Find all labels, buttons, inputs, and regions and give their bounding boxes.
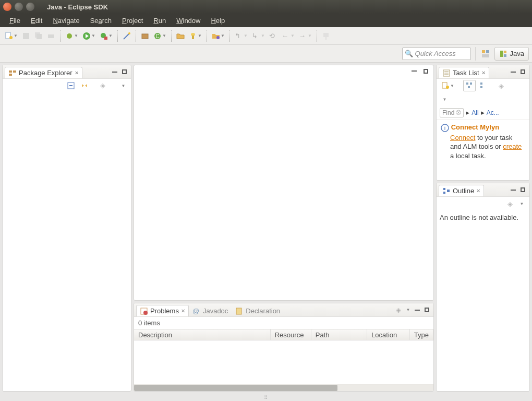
menu-search[interactable]: Search — [85, 16, 117, 26]
close-icon[interactable]: ✕ — [75, 70, 79, 76]
mylyn-create-link[interactable]: create — [503, 143, 522, 150]
task-list-tab[interactable]: Task List ✕ — [439, 67, 489, 78]
svg-rect-11 — [142, 34, 148, 39]
collapse-icon — [67, 81, 75, 90]
nav-next-annotation-button[interactable]: ↳▼ — [250, 30, 267, 42]
run-external-icon — [100, 32, 108, 40]
close-icon[interactable]: ✕ — [181, 308, 185, 314]
col-type[interactable]: Type — [410, 329, 433, 340]
declaration-icon — [235, 307, 244, 315]
window-minimize-button[interactable] — [15, 3, 23, 11]
minimize-view-button[interactable] — [111, 68, 118, 76]
find-input[interactable]: Findⓧ — [440, 108, 464, 117]
menu-help[interactable]: Help — [205, 16, 230, 26]
svg-rect-15 — [192, 36, 194, 39]
maximize-view-button[interactable] — [519, 186, 526, 194]
view-menu-button[interactable]: ▼ — [440, 93, 449, 105]
close-icon[interactable]: ✕ — [476, 188, 480, 194]
print-icon — [47, 32, 55, 40]
pin-editor-button[interactable] — [320, 30, 332, 42]
focus-workweek-button[interactable]: ◈ — [497, 80, 506, 91]
quick-access-input[interactable]: 🔍 Quick Access — [402, 48, 471, 60]
package-explorer-tab[interactable]: Package Explorer ✕ — [5, 67, 82, 78]
new-task-button[interactable]: ▼ — [440, 80, 456, 91]
maximize-view-button[interactable] — [120, 68, 128, 76]
focus-task-button[interactable]: ◈ — [99, 80, 110, 91]
open-task-button[interactable]: ▼ — [210, 30, 226, 42]
new-java-package-button[interactable] — [121, 30, 132, 42]
nav-prev-annotation-button[interactable]: ↰▼ — [233, 30, 249, 42]
menu-edit[interactable]: Edit — [26, 16, 47, 26]
status-resize-grip[interactable]: ⠿ — [0, 394, 532, 401]
collapse-all-button[interactable] — [65, 80, 77, 91]
col-location[interactable]: Location — [367, 329, 410, 340]
save-all-button[interactable] — [33, 30, 44, 42]
task-list-toolbar-2: ▼ — [437, 92, 529, 106]
maximize-view-button[interactable] — [519, 68, 526, 76]
new-package-button[interactable] — [139, 30, 151, 42]
outline-tab[interactable]: Outline ✕ — [439, 185, 484, 196]
save-button[interactable] — [20, 30, 32, 42]
window-maximize-button[interactable] — [26, 3, 34, 11]
declaration-tab[interactable]: Declaration — [232, 305, 284, 316]
svg-point-1 — [9, 36, 13, 39]
minimize-view-button[interactable] — [510, 186, 517, 194]
run-button[interactable]: ▼ — [81, 30, 97, 42]
problems-tab[interactable]: Problems ✕ — [136, 305, 189, 316]
categorized-button[interactable] — [463, 80, 476, 91]
forward-button[interactable]: →▼ — [297, 30, 313, 42]
svg-rect-38 — [480, 86, 482, 88]
back-button[interactable]: ←▼ — [280, 30, 296, 42]
col-path[interactable]: Path — [311, 329, 367, 340]
editor-minimize-button[interactable] — [410, 67, 418, 75]
new-button[interactable]: ▼ — [3, 30, 19, 42]
scheduled-button[interactable] — [478, 80, 489, 91]
col-description[interactable]: Description — [134, 329, 271, 340]
menu-file[interactable]: File — [4, 16, 26, 26]
close-icon[interactable]: ✕ — [481, 70, 486, 76]
svg-rect-26 — [9, 74, 12, 76]
search-button[interactable]: ▼ — [187, 30, 203, 42]
maximize-view-button[interactable] — [423, 306, 430, 314]
outline-toolbar: ◈ ▼ — [437, 197, 529, 210]
horizontal-scrollbar[interactable] — [134, 384, 433, 391]
svg-rect-5 — [48, 34, 54, 38]
bottom-tabstrip: Problems ✕ @ Javadoc Declaration ◈ ▼ — [134, 303, 433, 317]
menu-navigate[interactable]: Navigate — [47, 16, 84, 26]
editor-maximize-button[interactable] — [422, 67, 429, 75]
java-perspective-button[interactable]: Java — [494, 47, 529, 61]
view-menu-button[interactable]: ▼ — [403, 304, 413, 316]
link-editor-button[interactable] — [79, 80, 90, 91]
minimize-view-button[interactable] — [510, 68, 517, 76]
open-type-button[interactable] — [175, 30, 186, 42]
menu-run[interactable]: Run — [148, 16, 171, 26]
mylyn-connect-link[interactable]: Connect — [450, 134, 475, 141]
arrow-down-right-icon: ↳ — [252, 32, 260, 40]
open-perspective-button[interactable] — [480, 48, 491, 60]
view-menu-button[interactable]: ▼ — [517, 198, 526, 209]
main-toolbar: ▼ ▼ ▼ ▼ C▼ ▼ ▼ ↰▼ ↳▼ ⟲ ←▼ →▼ — [0, 27, 532, 45]
print-button[interactable] — [45, 30, 57, 42]
search-icon: 🔍 — [405, 50, 413, 57]
col-resource[interactable]: Resource — [271, 329, 311, 340]
menu-window[interactable]: Window — [171, 16, 205, 26]
last-edit-button[interactable]: ⟲ — [268, 30, 279, 42]
flashlight-icon — [189, 32, 197, 40]
focus-task-button[interactable]: ◈ — [505, 198, 515, 209]
minimize-view-button[interactable] — [414, 306, 421, 314]
svg-rect-37 — [480, 82, 482, 85]
new-class-button[interactable]: C▼ — [152, 30, 168, 42]
external-tools-button[interactable]: ▼ — [98, 30, 114, 42]
perspective-bar: 🔍 Quick Access Java — [0, 45, 532, 63]
menu-project[interactable]: Project — [117, 16, 148, 26]
svg-rect-9 — [104, 37, 107, 40]
window-close-button[interactable] — [3, 3, 11, 11]
view-menu-button[interactable]: ▼ — [118, 80, 128, 91]
debug-button[interactable]: ▼ — [64, 30, 80, 42]
filter-activate[interactable]: Ac... — [487, 109, 499, 116]
svg-point-29 — [143, 311, 148, 315]
javadoc-tab[interactable]: @ Javadoc — [189, 305, 232, 316]
focus-task-button[interactable]: ◈ — [394, 304, 403, 316]
clear-icon[interactable]: ⓧ — [456, 109, 461, 116]
filter-all[interactable]: All — [471, 109, 478, 116]
